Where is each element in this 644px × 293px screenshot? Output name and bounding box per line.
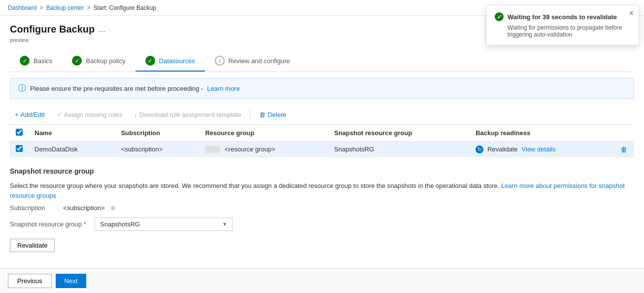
tab-datasources[interactable]: Datasources [136,51,205,72]
col-resource-group-header: Resource group [199,125,328,142]
breadcrumb-sep-2: > [87,4,90,11]
notification-title: Waiting for 39 seconds to revalidate [508,13,617,21]
revalidate-button[interactable]: Revalidate [10,239,55,252]
tab-review-num: 4 [215,56,225,66]
revalidate-cell: Revalidate View details [475,146,609,153]
tab-policy-check-icon [72,56,82,66]
row-rg-value: <resource group> [225,146,275,153]
subscription-loading-indicator [111,206,115,210]
revalidate-status-text: Revalidate [487,146,517,153]
subscription-value: <subscription> [63,204,105,212]
assign-roles-label: Assign missing roles [64,111,123,118]
download-icon: ↓ [134,111,137,118]
trash-icon: 🗑 [259,111,266,118]
toolbar-separator [250,110,250,120]
breadcrumb-current: Start: Configure Backup [93,4,156,11]
toolbar: + Add/Edit ✓ Assign missing roles ↓ Down… [10,105,634,125]
col-snapshot-rg-header: Snapshot resource group [328,125,470,142]
row-delete-cell: 🗑 [614,142,634,157]
main-content: Configure Backup ... preview Basics Back… [0,16,644,293]
info-bar: ⓘ Please ensure the pre-requisites are m… [10,78,634,99]
notification-close-icon[interactable]: × [629,9,634,17]
tab-basics[interactable]: Basics [10,51,62,72]
notification-popup: Waiting for 39 seconds to revalidate Wai… [486,5,639,45]
info-learn-more-link[interactable]: Learn more [207,85,239,92]
notification-body: Waiting for permissions to propagate bef… [495,24,631,38]
download-template-button[interactable]: ↓ Download role assignment template [129,109,246,120]
subscription-label: Subscription [10,204,59,212]
col-name-header: Name [29,125,115,142]
chevron-down-icon: ▼ [222,221,227,227]
snapshot-resource-group-panel: Snapshot resource group Select the resou… [10,167,634,252]
row-name-cell: DemoDataDisk [29,142,115,157]
col-subscription-header: Subscription [115,125,199,142]
snapshot-rg-label: Snapshot resource group [10,220,89,228]
panel-title: Snapshot resource group [10,167,634,175]
delete-label: Delete [268,111,286,118]
tab-review-label: Review and configure [229,57,290,65]
tab-datasources-check-icon [145,56,155,66]
notification-header: Waiting for 39 seconds to revalidate [495,12,631,21]
add-edit-button[interactable]: + Add/Edit [10,109,50,120]
info-text: Please ensure the pre-requisites are met… [30,85,203,92]
row-snapshot-rg-cell: SnapshotsRG [328,142,470,157]
table-row: DemoDataDisk <subscription> <resource gr… [10,142,634,157]
snapshot-rg-form-group: Snapshot resource group SnapshotsRG ▼ [10,218,634,231]
add-icon: + [15,111,19,118]
datasources-table: Name Subscription Resource group Snapsho… [10,125,634,157]
row-delete-icon[interactable]: 🗑 [620,146,627,153]
info-icon: ⓘ [18,83,26,94]
tab-basics-check-icon [20,56,30,66]
more-options-icon[interactable]: ... [99,25,105,34]
tab-review[interactable]: 4 Review and configure [205,51,300,72]
assign-roles-button[interactable]: ✓ Assign missing roles [52,109,128,120]
select-all-header [10,125,29,142]
breadcrumb-sep-1: > [40,4,43,11]
rg-spinner [205,146,220,153]
previous-button[interactable]: Previous [8,274,52,288]
panel-description: Select the resource group where your sna… [10,181,634,200]
check-icon: ✓ [57,111,62,118]
tab-backup-policy[interactable]: Backup policy [62,51,135,72]
next-button[interactable]: Next [56,274,87,288]
snapshot-rg-value: SnapshotsRG [100,220,140,228]
delete-button[interactable]: 🗑 Delete [254,109,291,120]
view-details-link[interactable]: View details [522,146,556,153]
revalidate-status-icon [475,146,483,153]
breadcrumb-dashboard[interactable]: Dashboard [8,4,37,11]
tab-backup-policy-label: Backup policy [86,57,125,65]
row-backup-readiness-cell: Revalidate View details [470,142,614,157]
wizard-tabs: Basics Backup policy Datasources 4 Revie… [10,51,634,72]
breadcrumb-backup-center[interactable]: Backup center [46,4,84,11]
col-backup-readiness-header: Backup readiness [470,125,614,142]
panel-desc-text: Select the resource group where your sna… [10,182,499,189]
footer-bar: Previous Next [0,268,644,293]
row-subscription-cell: <subscription> [115,142,199,157]
col-actions-header [614,125,634,142]
row-checkbox-cell [10,142,29,157]
download-label: Download role assignment template [139,111,241,118]
tab-basics-label: Basics [34,57,52,65]
breadcrumb: Dashboard > Backup center > Start: Confi… [8,4,156,11]
subscription-row: Subscription <subscription> [10,204,634,212]
notification-check-icon [495,12,504,21]
tab-datasources-label: Datasources [159,57,195,65]
page-title: Configure Backup [10,24,95,35]
select-all-checkbox[interactable] [16,129,23,136]
row-checkbox[interactable] [16,145,23,152]
snapshot-rg-dropdown[interactable]: SnapshotsRG ▼ [95,218,233,231]
add-edit-label: Add/Edit [21,111,45,118]
row-resource-group-cell: <resource group> [199,142,328,157]
